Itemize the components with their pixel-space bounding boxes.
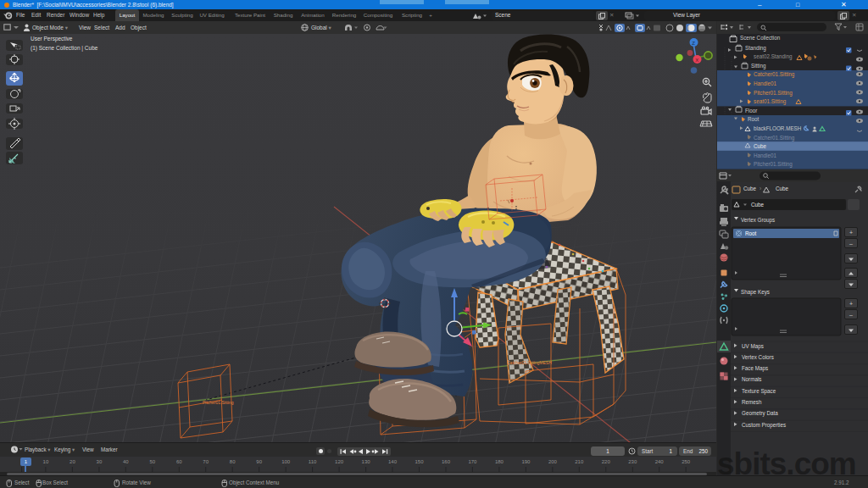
svg-text:(1) Scene Collection | Cube: (1) Scene Collection | Cube	[31, 45, 98, 52]
svg-text:X: X	[695, 58, 698, 63]
svg-text:Pitcher01.Sitting: Pitcher01.Sitting	[203, 400, 234, 405]
svg-text:User Perspective: User Perspective	[31, 36, 73, 42]
svg-text:Catcher01.SittingMESH: Catcher01.SittingMESH	[507, 360, 552, 365]
svg-text:Z: Z	[692, 41, 695, 46]
